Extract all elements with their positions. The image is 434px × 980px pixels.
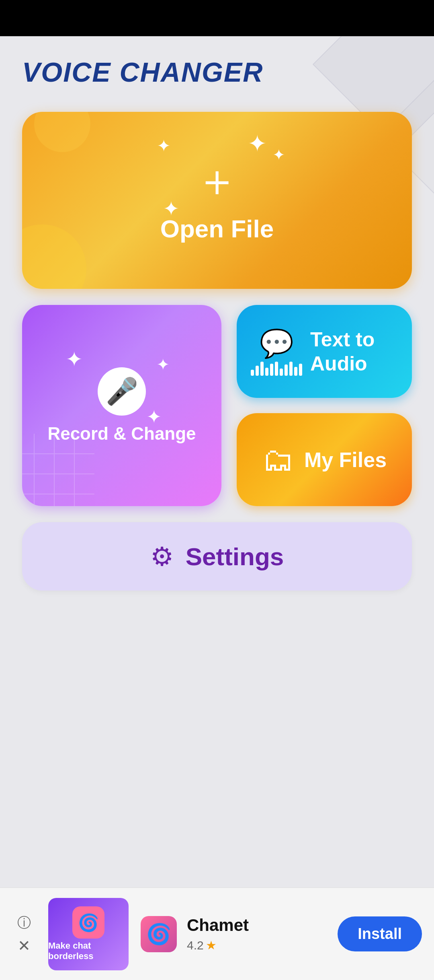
text-to-audio-button[interactable]: 💬 Text to Audio: [237, 305, 412, 398]
settings-button[interactable]: ⚙ Settings: [22, 522, 412, 591]
sparkle-icon-tl: ✦: [157, 136, 171, 156]
ad-image-text: Make chat borderless: [48, 941, 129, 961]
ad-app-icon: 🌀: [141, 916, 177, 952]
folder-icon: 🗂: [262, 441, 294, 478]
ad-info: Chamet 4.2 ★: [187, 916, 326, 952]
sparkles-container: ＋ ✦ ✦ ✦ ✦: [195, 158, 239, 202]
my-files-label: My Files: [304, 448, 387, 472]
text-to-audio-label: Text to Audio: [310, 327, 398, 376]
bg-grid: [22, 434, 94, 506]
mic-icon: 🎤: [98, 367, 146, 416]
mic-icon-wrapper: ✦ ✦ 🎤 ✦: [98, 367, 146, 416]
sparkle-icon-rec-tl: ✦: [66, 347, 83, 371]
record-change-label: Record & Change: [47, 424, 196, 444]
waveform-icon: [251, 362, 302, 376]
settings-label: Settings: [186, 542, 284, 571]
ad-rating: 4.2 ★: [187, 938, 326, 952]
bg-circle-1: [22, 224, 86, 289]
chat-bubble-icon: 💬: [260, 327, 294, 360]
right-column: 💬 Text to Audio 🗂 My Files: [237, 305, 412, 506]
sparkle-icon-tr2: ✦: [272, 146, 285, 164]
sparkle-icon-tr: ✦: [248, 130, 267, 157]
plus-icon: ＋: [195, 158, 239, 202]
record-change-button[interactable]: ✦ ✦ 🎤 ✦ Record & Change: [22, 305, 221, 506]
status-bar: [0, 0, 434, 36]
open-file-label: Open File: [160, 214, 274, 243]
ad-app-name: Chamet: [187, 916, 326, 935]
text-audio-icon-group: 💬: [251, 327, 302, 376]
ad-close-icon[interactable]: ✕: [18, 937, 31, 955]
my-files-button[interactable]: 🗂 My Files: [237, 413, 412, 506]
ad-logo-icon: 🌀: [72, 906, 104, 939]
ad-install-button[interactable]: Install: [338, 916, 422, 951]
settings-gear-icon: ⚙: [150, 541, 174, 572]
ad-info-icon[interactable]: ⓘ: [17, 914, 31, 932]
ad-text-group: 🌀 Chamet 4.2 ★: [141, 916, 326, 952]
main-content: › VOICE CHANGER ＋ ✦ ✦ ✦ ✦ Open File: [0, 36, 434, 615]
two-column-section: ✦ ✦ 🎤 ✦ Record & Change 💬 Text to Audio: [22, 305, 412, 506]
ad-banner: ⓘ ✕ 🌀 Make chat borderless 🌀 Chamet 4.2 …: [0, 887, 434, 980]
bg-circle-2: [34, 112, 90, 152]
ad-close-area: ⓘ ✕: [12, 914, 36, 955]
sparkle-icon-rec-tr: ✦: [156, 355, 170, 374]
open-file-button[interactable]: ＋ ✦ ✦ ✦ ✦ Open File: [22, 112, 412, 289]
ad-image-inner: 🌀 Make chat borderless: [48, 898, 129, 970]
ad-image: 🌀 Make chat borderless: [48, 898, 129, 970]
ad-star-icon: ★: [206, 938, 217, 952]
ad-rating-value: 4.2: [187, 939, 204, 952]
page-title: VOICE CHANGER: [22, 56, 412, 88]
